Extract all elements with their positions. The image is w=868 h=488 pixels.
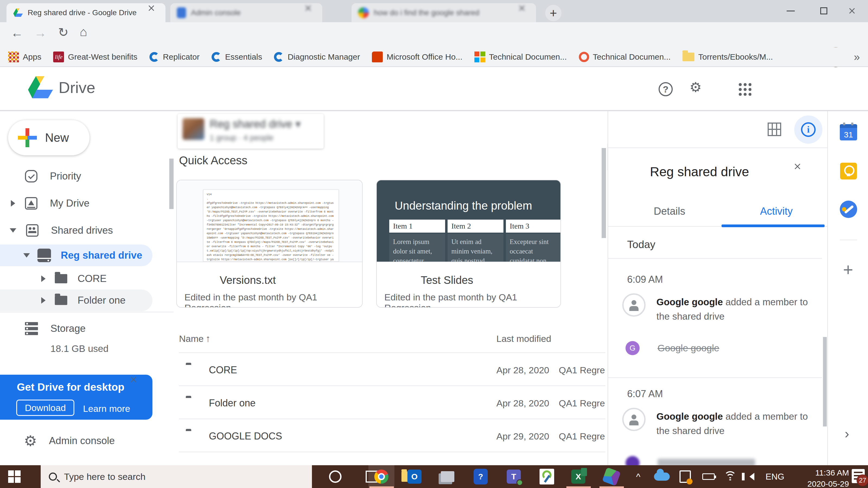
wifi-tray-icon[interactable]: [719, 465, 741, 488]
reload-button[interactable]: ↻: [58, 25, 69, 40]
admin-gear-icon: ⚙: [24, 433, 37, 448]
battery-tray-icon[interactable]: [698, 465, 719, 488]
cloud-icon: [654, 473, 670, 481]
chrome-icon: [374, 469, 389, 484]
new-tab-button[interactable]: +: [545, 5, 561, 21]
bookmarks-overflow-chevron[interactable]: »: [854, 51, 860, 63]
expand-caret-icon[interactable]: [41, 275, 45, 282]
window-close-button[interactable]: [836, 0, 868, 22]
taskbar-search-input[interactable]: [64, 471, 281, 482]
help-app-button[interactable]: ?: [468, 465, 494, 488]
tab-admin-console[interactable]: Admin console: [170, 3, 322, 22]
quick-access-card-versions[interactable]: v14 . dfgdfgresToOneDrive -trgtsite http…: [176, 180, 363, 308]
taskbar-search[interactable]: [41, 465, 312, 488]
side-apps-rail: 31 + ›: [828, 111, 868, 465]
window-minimize-button[interactable]: [775, 0, 807, 22]
bookmark-technical-docs-2[interactable]: Technical Documen...: [579, 52, 671, 62]
bookmark-technical-docs-1[interactable]: Technical Documen...: [474, 52, 567, 62]
tasks-icon[interactable]: [840, 201, 857, 218]
tab-activity[interactable]: Activity: [760, 205, 793, 217]
dropdown-caret-icon[interactable]: ▾: [296, 118, 301, 130]
onedrive-tray-icon[interactable]: [651, 465, 673, 488]
chrome-taskbar-button[interactable]: [368, 465, 394, 488]
file-row-core[interactable]: CORE Apr 28, 2020 QA1 Regre: [174, 353, 606, 386]
collapse-caret-icon[interactable]: [10, 228, 16, 233]
sidebar-item-admin-console[interactable]: ⚙ Admin console: [0, 430, 174, 452]
help-icon[interactable]: ?: [659, 82, 673, 96]
app-tray-icon[interactable]: [674, 465, 696, 488]
tab-drive[interactable]: Reg shared drive - Google Drive: [6, 3, 165, 22]
bookmark-replicator[interactable]: Replicator: [150, 52, 199, 62]
sidebar-item-core[interactable]: CORE: [0, 268, 174, 290]
panel-collapse-chevron-icon[interactable]: ›: [845, 426, 849, 442]
grid-view-icon[interactable]: [768, 123, 781, 136]
bookmark-essentials[interactable]: Essentials: [212, 52, 262, 62]
quick-access-card-slides[interactable]: Understanding the problem Item 1 Lorem i…: [376, 180, 561, 308]
excel-taskbar-button[interactable]: X: [565, 465, 591, 488]
bookmark-apps[interactable]: Apps: [8, 52, 41, 62]
bookmark-great-west[interactable]: lifeGreat-West benifits: [53, 52, 137, 62]
expand-caret-icon[interactable]: [11, 200, 15, 206]
volume-tray-icon[interactable]: [741, 465, 763, 488]
add-addon-icon[interactable]: +: [843, 260, 853, 280]
sidebar-item-priority[interactable]: Priority: [0, 165, 174, 187]
calendar-icon[interactable]: 31: [840, 124, 857, 140]
collapse-caret-icon[interactable]: [23, 253, 30, 258]
column-header-name[interactable]: Name: [179, 333, 204, 344]
card-footer: Test Slides Edited in the past month by …: [377, 262, 560, 308]
badge-app-icon: [680, 470, 691, 483]
main-scrollbar[interactable]: [601, 148, 606, 238]
minimize-icon: [786, 10, 795, 11]
tab-close-icon[interactable]: [151, 8, 161, 18]
google-apps-grid-icon[interactable]: [737, 82, 751, 96]
language-indicator[interactable]: ENG: [763, 465, 787, 488]
panel-scrollbar[interactable]: [823, 337, 827, 426]
new-button[interactable]: New: [8, 120, 90, 155]
tab-close-icon[interactable]: [522, 8, 531, 18]
person-avatar-icon: [622, 293, 646, 317]
outlook-taskbar-button[interactable]: O: [401, 465, 428, 488]
tab-search[interactable]: how do i find the google shared: [351, 3, 536, 22]
sidebar-item-shared-drives[interactable]: Shared drives: [0, 220, 174, 241]
file-row-google-docs[interactable]: GOOGLE DOCS Apr 29, 2020 QA1 Regre: [174, 419, 606, 452]
window-restore-button[interactable]: [808, 0, 840, 22]
column-header-modified[interactable]: Last modified: [496, 333, 551, 344]
search-icon: [49, 473, 57, 481]
file-row-folder-one[interactable]: Folder one Apr 28, 2020 QA1 Regre: [174, 386, 606, 419]
bookmark-diagnostic-manager[interactable]: Diagnostic Manager: [274, 52, 360, 62]
bookmark-ms-office[interactable]: Microsoft Office Ho...: [372, 52, 463, 62]
cortana-button[interactable]: [322, 465, 348, 488]
expand-caret-icon[interactable]: [41, 297, 45, 304]
settings-gear-icon[interactable]: ⚙: [689, 80, 702, 94]
outlook-icon: O: [407, 469, 422, 484]
sidebar-item-reg-shared-drive[interactable]: Reg shared drive: [0, 245, 152, 266]
new-button-label: New: [45, 131, 69, 144]
remote-app-button[interactable]: [435, 465, 461, 488]
bookmark-torrents[interactable]: Torrents/Ebooks/M...: [682, 52, 773, 62]
sidebar-scrollbar[interactable]: [169, 159, 174, 209]
drive-header: Drive ? ⚙ G Suite N: [0, 67, 868, 110]
tray-expand-button[interactable]: ^: [629, 465, 648, 488]
home-button[interactable]: ⌂: [80, 24, 87, 39]
info-button-active[interactable]: i: [794, 116, 823, 144]
sidebar-item-storage[interactable]: Storage: [0, 318, 174, 339]
sidebar-item-folder-one[interactable]: Folder one: [0, 290, 152, 311]
tab-details[interactable]: Details: [654, 205, 685, 217]
learn-more-link[interactable]: Learn more: [83, 403, 130, 414]
sort-ascending-icon[interactable]: ↑: [206, 333, 211, 344]
clock[interactable]: 11:36 AM 2020-05-29: [795, 467, 849, 488]
back-button[interactable]: ←: [11, 26, 23, 40]
tab-close-icon[interactable]: [308, 8, 317, 18]
forward-button[interactable]: →: [34, 26, 46, 40]
slide-title: Understanding the problem: [395, 199, 532, 212]
close-icon: [847, 6, 857, 15]
prism-app-button[interactable]: [598, 465, 624, 488]
start-button[interactable]: [8, 470, 21, 483]
teams-taskbar-button[interactable]: T: [501, 465, 527, 488]
download-button[interactable]: Download: [16, 400, 74, 416]
sidebar-item-my-drive[interactable]: My Drive: [0, 193, 174, 214]
uft-app-button[interactable]: [534, 465, 560, 488]
notification-center-icon[interactable]: 27: [852, 469, 865, 483]
keep-icon[interactable]: [840, 163, 857, 180]
office-icon: [372, 52, 383, 62]
